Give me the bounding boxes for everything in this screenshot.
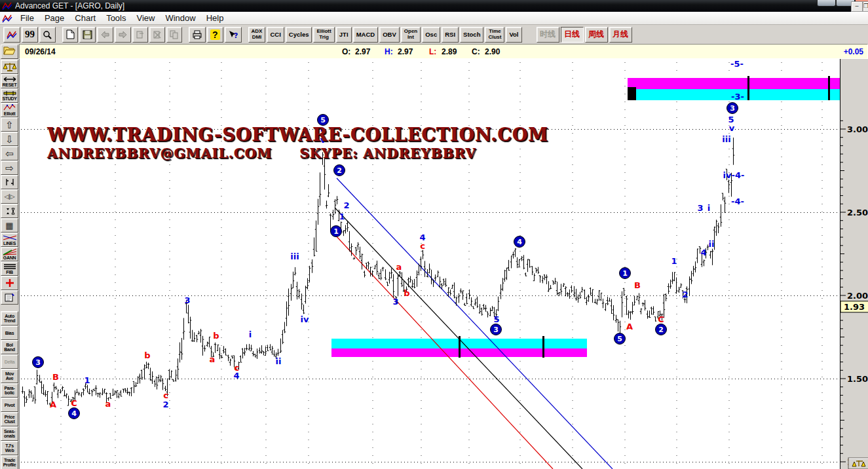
- watermark-skype: SKYPE: ANDREYBBRV: [299, 145, 476, 161]
- help-button[interactable]: ?: [207, 27, 223, 43]
- chart-document-icon[interactable]: [2, 14, 12, 23]
- indicator-vol-button[interactable]: Vol: [506, 27, 521, 43]
- sidebar-squeeze-vertical-button[interactable]: [1, 204, 18, 218]
- context-help-button[interactable]: ?: [225, 27, 242, 43]
- svg-text:iii: iii: [290, 252, 299, 261]
- trend-lines[interactable]: [335, 178, 613, 469]
- sidebar-gann-fan-button[interactable]: GANN: [1, 247, 18, 261]
- sidebar-scales-button[interactable]: [1, 60, 18, 74]
- sidebar-study-seas-button[interactable]: Seas-onals: [1, 426, 18, 441]
- mdi-minimize-button[interactable]: –: [851, 1, 863, 12]
- sidebar-study-auto-button[interactable]: AutoTrend: [1, 311, 18, 326]
- sidebar-reset-arrows-button[interactable]: RESET: [1, 74, 18, 88]
- indicator-elliott-button[interactable]: ElliottTrig: [313, 27, 334, 43]
- sidebar-study-tjs-button[interactable]: TJ'sWeb: [1, 441, 18, 455]
- sidebar-study-bar-button[interactable]: STUDY: [1, 88, 18, 103]
- indicator-cci-button[interactable]: CCI: [267, 27, 284, 43]
- sidebar-red-cross-button[interactable]: [1, 276, 18, 290]
- svg-text:3: 3: [184, 295, 190, 305]
- svg-text:b: b: [213, 331, 219, 341]
- indicator-time-button[interactable]: TimeClust: [485, 27, 504, 43]
- quotes-button[interactable]: 99: [22, 27, 38, 43]
- delete-page-icon: [153, 30, 162, 39]
- menu-help[interactable]: Help: [201, 12, 229, 24]
- indicator-osc-button[interactable]: Osc: [422, 27, 440, 43]
- period-月线-button[interactable]: 月线: [609, 27, 632, 43]
- sidebar-fib-lines-button[interactable]: FIB: [1, 261, 18, 276]
- sidebar-expand-bars-button[interactable]: ◁|▷: [1, 189, 18, 204]
- arrow-up-icon: ⇧: [5, 121, 14, 129]
- indicator-obv-button[interactable]: OBV: [379, 27, 400, 43]
- menu-window[interactable]: Window: [160, 12, 200, 24]
- menu-page[interactable]: Page: [39, 12, 69, 24]
- arrow-left-icon: ⇦: [5, 149, 14, 158]
- sidebar-arrow-down-button[interactable]: ⇩: [1, 132, 18, 146]
- mdi-restore-button[interactable]: ❐: [863, 1, 868, 12]
- svg-text:1: 1: [622, 269, 628, 278]
- indicator-open-button[interactable]: OpenInt: [401, 27, 421, 43]
- indicator-adx-button[interactable]: ADXDMI: [248, 27, 266, 43]
- copy-page-button: [166, 27, 182, 43]
- sidebar-study-delta-button[interactable]: Delta: [1, 354, 18, 369]
- price-cluster-bands: [331, 76, 840, 358]
- get-logo-button[interactable]: [3, 27, 20, 43]
- sidebar-study-para-button[interactable]: Para-bolic: [1, 383, 18, 398]
- high-value: 2.97: [398, 47, 413, 56]
- indicator-macd-button[interactable]: MACD: [353, 27, 379, 43]
- indicator-rsi-button[interactable]: RSI: [442, 27, 459, 43]
- menu-chart[interactable]: Chart: [69, 12, 101, 24]
- sidebar-arrow-up-button[interactable]: ⇧: [1, 117, 18, 132]
- sidebar-elliott-zigzag-button[interactable]: Elliott: [1, 103, 18, 117]
- menu-tools[interactable]: Tools: [101, 12, 131, 24]
- sidebar-study-pivot-button[interactable]: Pivot: [1, 398, 18, 412]
- sidebar-lines-cross-button[interactable]: LINES: [1, 233, 18, 247]
- menu-view[interactable]: View: [131, 12, 160, 24]
- watermark-email: ANDREYBBRV@GMAIL.COM: [47, 145, 272, 161]
- window-title: Advanced GET - [AGRO, Daily]: [15, 1, 124, 10]
- sidebar-study-mov-button[interactable]: MovAve: [1, 369, 18, 383]
- sidebar-study-bias-button[interactable]: Bias: [1, 326, 18, 340]
- axis-scale-button[interactable]: [848, 458, 868, 469]
- svg-text:2: 2: [162, 400, 168, 409]
- svg-text:ii: ii: [709, 239, 715, 249]
- period-日线-button[interactable]: 日线: [561, 27, 584, 43]
- scales-icon: [3, 62, 17, 72]
- svg-text:ii: ii: [276, 356, 282, 366]
- close-value: 2.90: [485, 47, 500, 56]
- chart-canvas[interactable]: 5v214335iiiiviii412123iii4iiiv5iv-4--4--…: [20, 59, 868, 469]
- printer-button[interactable]: [189, 27, 206, 43]
- sidebar-compress-bars-button[interactable]: [1, 175, 18, 189]
- delete-page-button: [149, 27, 165, 43]
- sidebar-grid-button[interactable]: ▦: [1, 218, 18, 233]
- save-button[interactable]: [79, 27, 96, 43]
- indicator-cycles-button[interactable]: Cycles: [286, 27, 312, 43]
- sidebar-study-bol-button[interactable]: BolBand: [1, 340, 18, 354]
- new-page-button[interactable]: [62, 27, 78, 43]
- sidebar-arrow-left-button[interactable]: ⇦: [1, 146, 18, 160]
- expand-bars-icon: ◁|▷: [4, 193, 14, 201]
- sidebar-arrow-right-button[interactable]: ⇨: [1, 160, 18, 175]
- toolbar: 99??ADXDMICCICyclesElliottTrigJTIMACDOBV…: [0, 25, 868, 44]
- open-chart-button[interactable]: [1, 45, 18, 59]
- reset-arrows-icon: [3, 76, 16, 83]
- svg-text:c: c: [420, 241, 425, 251]
- magnifier-button[interactable]: [39, 27, 56, 43]
- menu-file[interactable]: File: [15, 12, 39, 24]
- menu-bar: FilePageChartToolsViewWindowHelp: [0, 12, 868, 25]
- period-周线-button[interactable]: 周线: [585, 27, 608, 43]
- app-icon: [2, 1, 12, 10]
- sidebar-study-trade-button[interactable]: TradeProfile: [1, 455, 18, 469]
- svg-text:?: ?: [234, 31, 238, 39]
- indicator-stoch-button[interactable]: Stoch: [460, 27, 483, 43]
- price-axis[interactable]: 11.502.002.503.001.93: [840, 59, 868, 469]
- gann-fan-icon: [3, 248, 17, 255]
- sidebar-note-page-button[interactable]: [1, 290, 18, 305]
- svg-text:5: 5: [728, 115, 734, 124]
- magnifier-icon: [43, 30, 52, 39]
- sidebar-study-price-button[interactable]: PriceClust: [1, 412, 18, 426]
- copy-page-icon: [170, 30, 179, 39]
- quote-bar: 09/26/14 O: 2.97 H: 2.97 L: 2.89 C: 2.90…: [19, 44, 868, 59]
- nav-back-button: [97, 27, 113, 43]
- indicator-jti-button[interactable]: JTI: [336, 27, 352, 43]
- window-minimize-button[interactable]: [817, 0, 836, 7]
